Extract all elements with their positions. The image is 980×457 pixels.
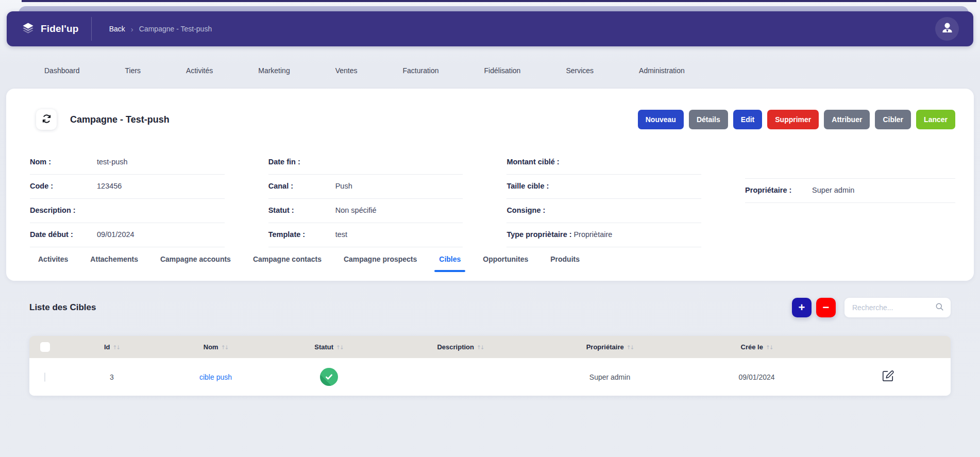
campaign-header-row: Campagne - Test-push Nouveau Détails Edi… (30, 109, 955, 130)
tab-activites[interactable]: Activites (38, 247, 68, 272)
column-label: Propriétaire (586, 343, 624, 351)
check-circle-green-icon (320, 368, 338, 386)
nav-item-administration[interactable]: Administration (639, 66, 685, 75)
tab-campagne-prospects[interactable]: Campagne prospects (344, 247, 417, 272)
nav-item-tiers[interactable]: Tiers (125, 66, 141, 75)
sort-icon[interactable]: ↑↓ (766, 344, 773, 350)
select-all-checkbox[interactable] (40, 342, 50, 352)
topbar: Fidel'up Back › Campagne - Test-push (7, 11, 973, 46)
edit-button[interactable]: Edit (733, 110, 762, 129)
user-avatar[interactable] (935, 17, 959, 41)
cell-proprietaire: Super admin (531, 373, 688, 381)
search-box (844, 298, 951, 317)
nav-item-dashboard[interactable]: Dashboard (44, 66, 80, 75)
field-label: Template : (268, 230, 335, 239)
field-montant-cible: Montant ciblé : (506, 150, 701, 175)
field-canal: Canal : Push (268, 175, 463, 199)
cibles-table: Id ↑↓ Nom ↑↓ Statut ↑↓ Description ↑↓ Pr… (29, 336, 951, 396)
attribuer-button[interactable]: Attribuer (824, 110, 870, 129)
sort-icon[interactable]: ↑↓ (112, 344, 120, 350)
edit-pencil-icon (881, 377, 894, 384)
sort-icon[interactable]: ↑↓ (336, 344, 343, 350)
column-header-description[interactable]: Description ↑↓ (390, 343, 531, 351)
nouveau-button[interactable]: Nouveau (638, 110, 684, 129)
nav-item-fidelisation[interactable]: Fidélisation (484, 66, 521, 75)
refresh-icon (41, 113, 52, 126)
field-description: Description : (30, 199, 225, 223)
top-edge-strip (22, 0, 976, 2)
nav-item-facturation[interactable]: Facturation (403, 66, 439, 75)
field-value: Push (335, 182, 352, 190)
column-header-id[interactable]: Id ↑↓ (60, 343, 163, 351)
nav-item-activites[interactable]: Activités (186, 66, 213, 75)
row-checkbox[interactable] (44, 373, 45, 382)
column-header-nom[interactable]: Nom ↑↓ (163, 343, 268, 351)
minus-icon: − (823, 302, 830, 313)
tab-produits[interactable]: Produits (550, 247, 580, 272)
search-icon[interactable] (935, 302, 944, 314)
breadcrumb-current: Campagne - Test-push (139, 25, 212, 33)
cell-actions (825, 369, 951, 384)
add-cible-button[interactable]: + (792, 298, 812, 317)
cibler-button[interactable]: Cibler (875, 110, 911, 129)
cell-cree-le: 09/01/2024 (688, 373, 825, 381)
field-proprietaire: Propriétaire : Super admin (745, 179, 955, 203)
main-navigation: Dashboard Tiers Activités Marketing Vent… (0, 58, 980, 83)
field-label: Type propriètaire : (506, 230, 573, 239)
field-label: Propriétaire : (745, 186, 812, 194)
cibles-list-controls: + − (792, 298, 951, 317)
field-date-debut: Date début : 09/01/2024 (30, 223, 225, 247)
sort-icon[interactable]: ↑↓ (477, 344, 484, 350)
sort-icon[interactable]: ↑↓ (221, 344, 228, 350)
fields-column-1: Nom : test-push Code : 123456 Descriptio… (30, 150, 225, 247)
breadcrumb-back-link[interactable]: Back (109, 25, 125, 33)
column-header-proprietaire[interactable]: Propriétaire ↑↓ (531, 343, 688, 351)
refresh-button[interactable] (36, 109, 57, 130)
field-label: Date début : (30, 230, 97, 239)
cell-id: 3 (60, 373, 163, 381)
tab-campagne-accounts[interactable]: Campagne accounts (160, 247, 231, 272)
topbar-divider (91, 17, 92, 41)
fields-column-4: Propriétaire : Super admin (745, 150, 955, 247)
brand-name: Fidel'up (41, 23, 79, 35)
field-template: Template : test (268, 223, 463, 247)
field-label: Description : (30, 206, 97, 214)
field-label: Date fin : (268, 158, 335, 166)
fields-column-3: Montant ciblé : Taille cible : Consigne … (506, 150, 701, 247)
search-input[interactable] (852, 303, 935, 312)
row-select-cell (29, 373, 60, 381)
tab-opportunites[interactable]: Opportunites (483, 247, 528, 272)
cible-link[interactable]: cible push (199, 373, 232, 381)
tab-cibles[interactable]: Cibles (439, 247, 461, 272)
remove-cible-button[interactable]: − (816, 298, 836, 317)
edit-row-button[interactable] (881, 369, 894, 384)
campaign-detail-card: Campagne - Test-push Nouveau Détails Edi… (6, 89, 974, 281)
cell-nom: cible push (163, 373, 268, 381)
field-taille-cible: Taille cible : (506, 175, 701, 199)
field-value: Non spécifié (335, 206, 377, 214)
field-value: test-push (97, 158, 128, 166)
supprimer-button[interactable]: Supprimer (767, 110, 819, 129)
field-label: Consigne : (506, 206, 573, 214)
nav-item-ventes[interactable]: Ventes (335, 66, 358, 75)
field-nom: Nom : test-push (30, 150, 225, 175)
breadcrumb: Back › Campagne - Test-push (109, 25, 212, 33)
field-consigne: Consigne : (506, 199, 701, 223)
nav-item-marketing[interactable]: Marketing (258, 66, 290, 75)
tab-campagne-contacts[interactable]: Campagne contacts (253, 247, 322, 272)
lancer-button[interactable]: Lancer (916, 110, 955, 129)
select-all-cell (29, 342, 60, 352)
field-value: Super admin (812, 186, 854, 194)
nav-item-services[interactable]: Services (566, 66, 594, 75)
field-type-proprietaire: Type propriètaire : Propriètaire (506, 223, 701, 247)
tab-attachements[interactable]: Attachements (90, 247, 138, 272)
column-header-cree-le[interactable]: Crée le ↑↓ (688, 343, 825, 351)
field-value: 09/01/2024 (97, 230, 134, 239)
sort-icon[interactable]: ↑↓ (627, 344, 634, 350)
column-label: Id (104, 343, 110, 351)
field-label: Taille cible : (506, 182, 573, 190)
column-label: Statut (314, 343, 333, 351)
details-button[interactable]: Détails (689, 110, 728, 129)
brand[interactable]: Fidel'up (21, 21, 79, 37)
column-header-statut[interactable]: Statut ↑↓ (268, 343, 390, 351)
